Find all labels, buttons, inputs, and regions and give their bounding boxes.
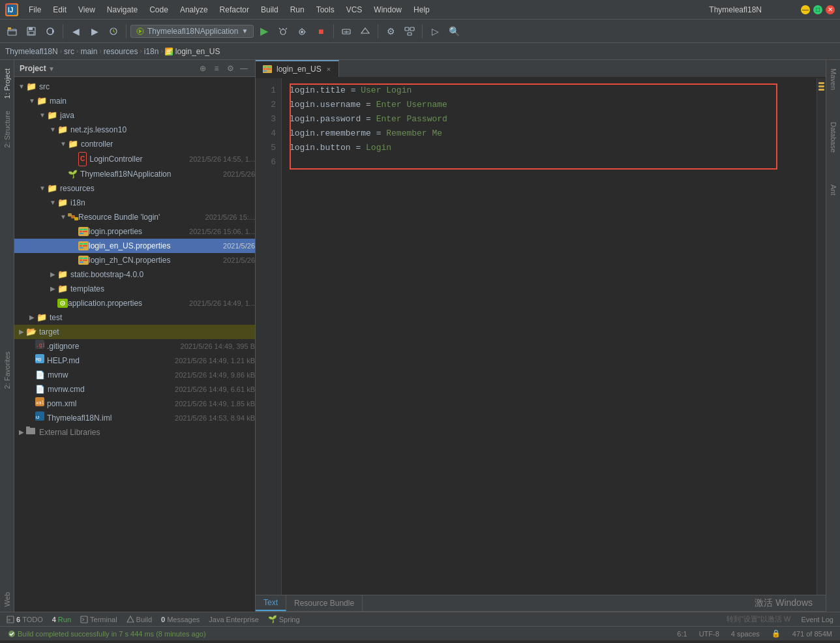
- menu-view[interactable]: View: [73, 3, 100, 16]
- code-area[interactable]: login.title = User Login login.username …: [282, 78, 817, 595]
- folder-icon-external: [26, 426, 37, 439]
- tree-item-pom[interactable]: ▶ xml pom.xml 2021/5/26 14:49, 1.85 kB: [14, 396, 255, 411]
- stop-button[interactable]: ■: [312, 23, 329, 40]
- locate-file-icon[interactable]: ⊕: [197, 63, 209, 74]
- tree-item-main[interactable]: ▼ 📁 main: [14, 94, 255, 108]
- menu-file[interactable]: File: [23, 3, 46, 16]
- tree-item-controller[interactable]: ▼ 📁 controller: [14, 137, 255, 151]
- spring-label: Spring: [279, 616, 300, 623]
- menu-run[interactable]: Run: [285, 3, 310, 16]
- tree-item-bundle[interactable]: ▼ Resource Bundle 'login' 2021/5/26 15:.…: [14, 210, 255, 224]
- code-line-6: [290, 155, 809, 170]
- breadcrumb-main[interactable]: main: [80, 47, 97, 56]
- tree-label-login-props: login.properties: [89, 225, 185, 238]
- tree-item-iml[interactable]: ▶ IJ Thymeleafl18N.iml 2021/5/26 14:53, …: [14, 411, 255, 425]
- run-tool-button[interactable]: 4 Run: [48, 613, 75, 626]
- tree-item-login-zh[interactable]: ▶ login_zh_CN.properties 2021/5/26: [14, 253, 255, 267]
- tree-item-help[interactable]: ▶ MD HELP.md 2021/5/26 14:49, 1.21 kB: [14, 353, 255, 368]
- tree-item-templates[interactable]: ▶ 📁 templates: [14, 282, 255, 296]
- tree-item-target[interactable]: ▶ 📂 target: [14, 325, 255, 339]
- tree-item-login-props[interactable]: ▶ login.properties 2021/5/26 15:06, 1...: [14, 224, 255, 239]
- breadcrumb-src[interactable]: src: [64, 47, 74, 56]
- tree-item-logincontroller[interactable]: ▶ C LoginController 2021/5/26 14:55, 1..…: [14, 151, 255, 167]
- coverage-button[interactable]: [293, 23, 310, 40]
- todo-button[interactable]: ≡ 6 TODO: [3, 613, 47, 626]
- build-tool-button[interactable]: Build: [123, 613, 156, 626]
- menu-refactor[interactable]: Refactor: [215, 3, 254, 16]
- menu-analyze[interactable]: Analyze: [175, 3, 213, 16]
- menu-tools[interactable]: Tools: [311, 3, 340, 16]
- sidebar-tab-web[interactable]: Web: [1, 587, 13, 612]
- right-tab-maven[interactable]: Maven: [828, 63, 839, 95]
- debug-button[interactable]: [275, 23, 292, 40]
- tree-item-net[interactable]: ▼ 📁 net.zjs.lesson10: [14, 123, 255, 137]
- synchronize-button[interactable]: [42, 23, 59, 40]
- run-button[interactable]: ▶: [256, 23, 273, 40]
- build-artifacts-button[interactable]: [357, 23, 374, 40]
- back-button[interactable]: ◀: [67, 23, 84, 40]
- tree-item-login-en[interactable]: ▶ login_en_US.properties 2021/5/26: [14, 239, 255, 253]
- menu-build[interactable]: Build: [256, 3, 284, 16]
- close-button[interactable]: ✕: [826, 5, 835, 14]
- run-config-selector[interactable]: Thymeleafl18NApplication ▼: [130, 25, 254, 38]
- forward-button[interactable]: ▶: [86, 23, 103, 40]
- hide-panel-icon[interactable]: —: [238, 63, 250, 74]
- sidebar-tab-project[interactable]: 1: Project: [1, 63, 13, 104]
- tree-item-app[interactable]: ▶ 🌱 Thymeleafl18NApplication 2021/5/26: [14, 167, 255, 181]
- encoding[interactable]: UTF-8: [697, 630, 722, 638]
- tree-item-test[interactable]: ▶ 📁 test: [14, 310, 255, 325]
- editor-tab-text[interactable]: Text: [256, 595, 286, 611]
- spring-button[interactable]: 🌱 Spring: [264, 613, 304, 626]
- messages-button[interactable]: 0 Messages: [157, 613, 203, 626]
- menu-window[interactable]: Window: [368, 3, 407, 16]
- prop-icon-application: [57, 299, 68, 308]
- cursor-position[interactable]: 6:1: [674, 630, 689, 638]
- terminal-button[interactable]: ▷: [427, 23, 443, 40]
- open-file-button[interactable]: [4, 23, 21, 40]
- settings-icon[interactable]: ⚙: [224, 63, 236, 74]
- menu-code[interactable]: Code: [144, 3, 173, 16]
- maximize-button[interactable]: □: [813, 5, 822, 14]
- editor-tab-resource-bundle[interactable]: Resource Bundle: [286, 595, 363, 611]
- tree-item-resources[interactable]: ▼ 📁 resources: [14, 181, 255, 196]
- recent-files-button[interactable]: [105, 23, 122, 40]
- tree-date-logincontroller: 2021/5/26 14:55, 1...: [189, 153, 255, 166]
- menu-vcs[interactable]: VCS: [341, 3, 368, 16]
- breadcrumb-i18n[interactable]: i18n: [144, 47, 159, 56]
- indent-setting[interactable]: 4 spaces: [728, 630, 762, 638]
- save-button[interactable]: [23, 23, 40, 40]
- menu-edit[interactable]: Edit: [48, 3, 72, 16]
- tree-item-src[interactable]: ▼ 📁 src: [14, 80, 255, 94]
- xml-icon-pom: xml: [35, 397, 44, 410]
- editor-tab-login-en[interactable]: login_en_US ×: [256, 60, 339, 77]
- tree-item-static[interactable]: ▶ 📁 static.bootstrap-4.0.0: [14, 267, 255, 282]
- tree-arrow-templates: ▶: [48, 282, 57, 295]
- right-tab-database[interactable]: Database: [828, 117, 839, 158]
- breadcrumb-root[interactable]: Thymeleafl18N: [5, 47, 58, 56]
- editor-tab-close[interactable]: ×: [325, 65, 332, 73]
- menu-navigate[interactable]: Navigate: [102, 3, 143, 16]
- menu-help[interactable]: Help: [408, 3, 435, 16]
- breadcrumb-resources[interactable]: resources: [104, 47, 138, 56]
- terminal-tool-button[interactable]: Terminal: [76, 613, 121, 626]
- collapse-all-icon[interactable]: ≡: [211, 63, 222, 74]
- settings-button[interactable]: ⚙: [382, 23, 399, 40]
- minimize-button[interactable]: —: [801, 5, 810, 14]
- event-log-button[interactable]: Event Log: [797, 613, 837, 626]
- java-enterprise-button[interactable]: Java Enterprise: [205, 613, 262, 626]
- tree-item-mvnw[interactable]: ▶ 📄 mvnw 2021/5/26 14:49, 9.86 kB: [14, 368, 255, 382]
- search-everywhere-button[interactable]: 🔍: [445, 23, 462, 40]
- tree-item-external[interactable]: ▶ External Libraries: [14, 425, 255, 440]
- tree-item-application-props[interactable]: ▶ application.properties 2021/5/26 14:49…: [14, 296, 255, 310]
- tree-item-gitignore[interactable]: ▶ .gi .gitignore 2021/5/26 14:49, 395 B: [14, 339, 255, 353]
- profiler-button[interactable]: [338, 23, 355, 40]
- sidebar-tab-favorites[interactable]: 2: Favorites: [1, 346, 13, 394]
- gitignore-icon: .gi: [35, 340, 44, 353]
- sidebar-tab-structure[interactable]: 2: Structure: [1, 106, 13, 153]
- memory-indicator[interactable]: 471 of 854M: [790, 630, 835, 638]
- right-tab-ant[interactable]: Ant: [828, 179, 839, 201]
- tree-item-java[interactable]: ▼ 📁 java: [14, 108, 255, 123]
- tree-item-mvnw-cmd[interactable]: ▶ 📄 mvnw.cmd 2021/5/26 14:49, 6.61 kB: [14, 382, 255, 396]
- project-structure-button[interactable]: [401, 23, 418, 40]
- tree-item-i18n[interactable]: ▼ 📁 i18n: [14, 196, 255, 210]
